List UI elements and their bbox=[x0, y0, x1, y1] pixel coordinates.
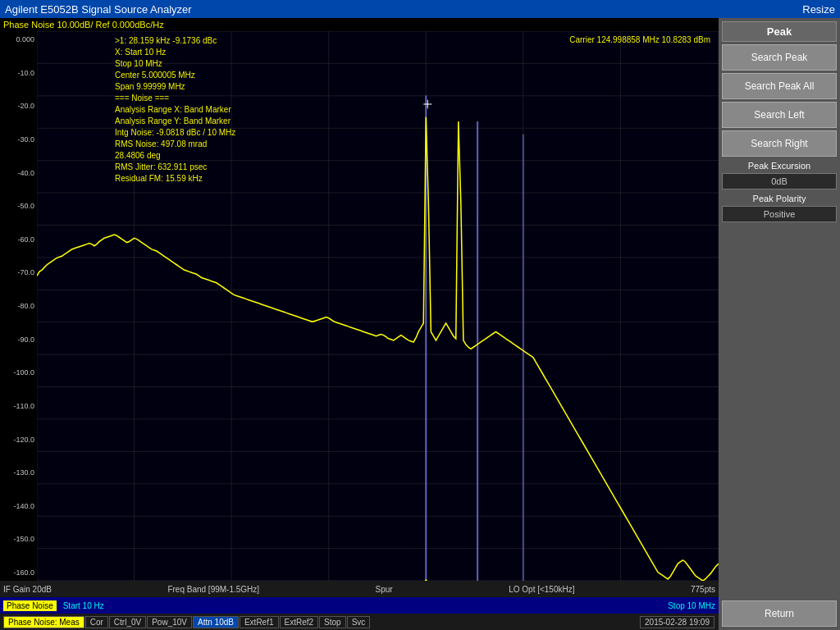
app-title: Agilent E5052B Signal Source Analyzer bbox=[5, 3, 192, 16]
y-label-1: -10.0 bbox=[0, 69, 37, 77]
chart-area: Phase Noise 10.00dB/ Ref 0.000dBc/Hz 0.0… bbox=[0, 18, 719, 630]
pts: 775pts bbox=[691, 585, 715, 594]
stop-freq: Stop 10 MHz bbox=[668, 601, 715, 610]
status-cor: Cor bbox=[85, 616, 108, 628]
search-peak-btn[interactable]: Search Peak bbox=[722, 44, 837, 71]
y-label-13: -130.0 bbox=[0, 468, 37, 477]
status-ctrl: Ctrl_0V bbox=[109, 616, 146, 628]
resize-btn[interactable]: Resize bbox=[802, 3, 835, 16]
search-right-btn[interactable]: Search Right bbox=[722, 130, 837, 157]
y-label-16: -160.0 bbox=[0, 568, 37, 577]
status-extref1: ExtRef1 bbox=[240, 616, 279, 628]
peak-excursion-group: Peak Excursion 0dB bbox=[722, 159, 837, 189]
y-label-7: -70.0 bbox=[0, 268, 37, 276]
plot-container: 0.000 -10.0 -20.0 -30.0 -40.0 -50.0 -60.… bbox=[0, 31, 719, 581]
polarity-label: Peak Polarity bbox=[722, 192, 837, 205]
search-left-btn[interactable]: Search Left bbox=[722, 102, 837, 128]
freq-band: Freq Band [99M-1.5GHz] bbox=[167, 585, 259, 594]
svg-rect-0 bbox=[37, 31, 719, 581]
status-meas: Phase Noise: Meas bbox=[3, 616, 84, 628]
y-label-6: -60.0 bbox=[0, 235, 37, 244]
status-svc: Svc bbox=[347, 616, 371, 628]
y-label-10: -100.0 bbox=[0, 368, 37, 377]
chart-title: Phase Noise 10.00dB/ Ref 0.000dBc/Hz bbox=[3, 20, 164, 30]
right-panel: Peak Search Peak Search Peak All Search … bbox=[719, 18, 840, 630]
phase-noise-label: Phase Noise bbox=[3, 600, 57, 611]
title-bar: Agilent E5052B Signal Source Analyzer Re… bbox=[0, 0, 840, 18]
if-gain: IF Gain 20dB bbox=[3, 585, 52, 594]
return-btn[interactable]: Return bbox=[722, 600, 837, 627]
status-extref2: ExtRef2 bbox=[280, 616, 319, 628]
lo-opt: LO Opt [<150kHz] bbox=[509, 585, 574, 594]
status-bar: Phase Noise: Meas Cor Ctrl_0V Pow_10V At… bbox=[0, 614, 719, 630]
chart-header: Phase Noise 10.00dB/ Ref 0.000dBc/Hz bbox=[0, 18, 719, 31]
search-peak-all-btn[interactable]: Search Peak All bbox=[722, 73, 837, 99]
y-label-2: -20.0 bbox=[0, 102, 37, 110]
spur: Spur bbox=[376, 585, 393, 594]
excursion-label: Peak Excursion bbox=[722, 159, 837, 172]
y-label-8: -80.0 bbox=[0, 302, 37, 310]
status-attn: Attn 10dB bbox=[193, 616, 239, 628]
status-pow: Pow_10V bbox=[147, 616, 192, 628]
status-datetime: 2015-02-28 19:09 bbox=[640, 616, 714, 628]
y-axis-labels: 0.000 -10.0 -20.0 -30.0 -40.0 -50.0 -60.… bbox=[0, 31, 37, 581]
y-label-9: -90.0 bbox=[0, 336, 37, 344]
start-freq: Start 10 Hz bbox=[63, 601, 104, 610]
y-label-4: -40.0 bbox=[0, 169, 37, 177]
y-label-0: 0.000 bbox=[0, 35, 37, 43]
bottom-bar-row1: Phase Noise Start 10 Hz Stop 10 MHz bbox=[0, 597, 719, 614]
peak-polarity-group: Peak Polarity Positive bbox=[722, 192, 837, 222]
y-label-11: -110.0 bbox=[0, 402, 37, 410]
chart-bottom-bar: IF Gain 20dB Freq Band [99M-1.5GHz] Spur… bbox=[0, 581, 719, 597]
status-stop: Stop bbox=[319, 616, 346, 628]
y-label-12: -120.0 bbox=[0, 436, 37, 444]
y-label-5: -50.0 bbox=[0, 202, 37, 210]
plot-svg: 10 100 1k 10k 100k 1M 10M bbox=[37, 31, 719, 581]
excursion-value[interactable]: 0dB bbox=[722, 173, 837, 189]
panel-title: Peak bbox=[722, 21, 837, 42]
polarity-value[interactable]: Positive bbox=[722, 206, 837, 222]
y-label-14: -140.0 bbox=[0, 502, 37, 510]
y-label-3: -30.0 bbox=[0, 135, 37, 144]
y-label-15: -150.0 bbox=[0, 535, 37, 543]
